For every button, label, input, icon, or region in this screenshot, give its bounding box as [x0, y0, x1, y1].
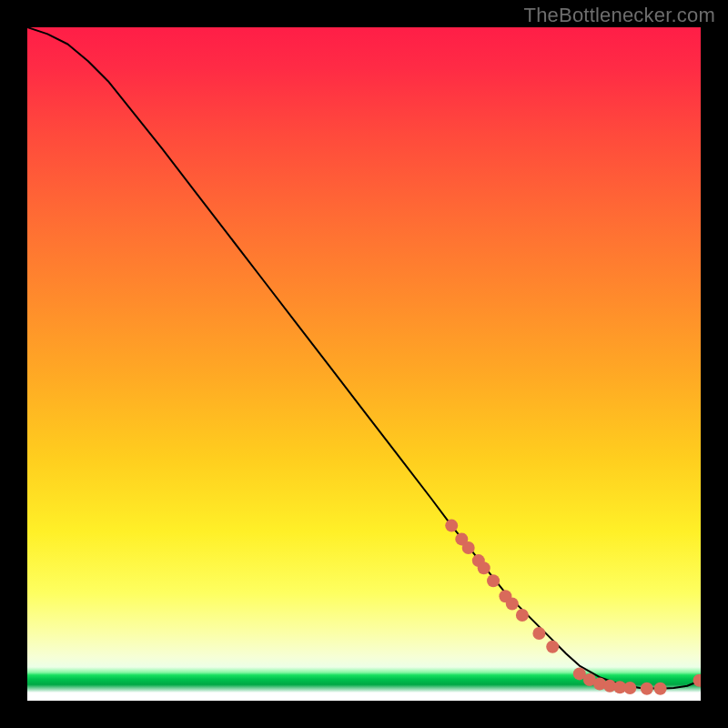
watermark-text: TheBottlenecker.com [524, 4, 715, 27]
data-point-marker [462, 541, 475, 554]
chart-frame: TheBottlenecker.com [0, 0, 728, 728]
data-point-marker [654, 682, 667, 695]
plot-svg [27, 27, 701, 701]
data-point-marker [478, 561, 490, 574]
data-point-marker [623, 682, 636, 694]
data-point-marker [516, 609, 529, 622]
data-point-marker [487, 574, 500, 587]
curve-line [27, 27, 701, 689]
data-point-marker [506, 597, 519, 610]
plot-area [27, 27, 701, 701]
data-point-marker [532, 627, 545, 640]
series-line [27, 27, 701, 689]
data-point-marker [641, 682, 653, 695]
data-point-marker [445, 520, 458, 532]
data-point-marker [546, 641, 559, 653]
data-point-marker [693, 674, 701, 687]
curve-markers [445, 520, 701, 695]
